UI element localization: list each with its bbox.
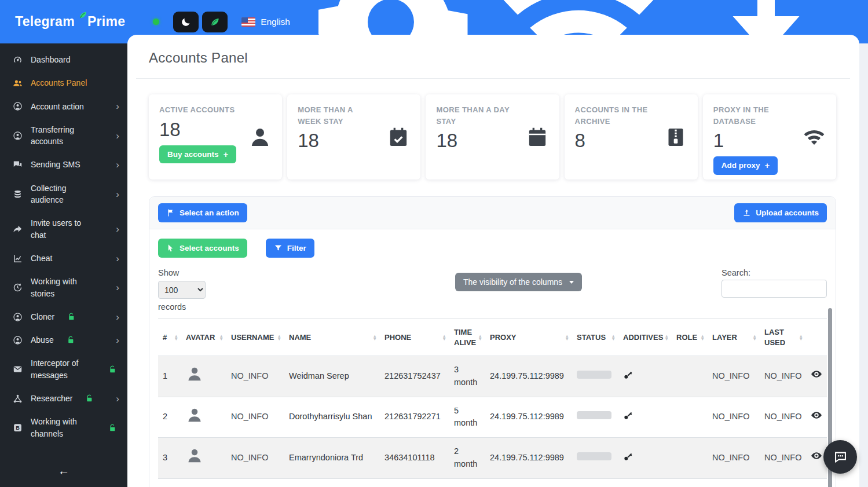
- calendar-check-icon: [387, 126, 410, 149]
- chat-icon: [13, 160, 23, 170]
- col-header-status[interactable]: STATUS▲▼: [572, 319, 618, 356]
- select-action-button[interactable]: Select an action: [158, 203, 247, 222]
- stat-card-more-than-a-week-stay: MORE THAN A WEEK STAY18: [287, 94, 420, 180]
- search-input[interactable]: [721, 280, 827, 298]
- col-header-name[interactable]: NAME▲▼: [284, 319, 380, 356]
- sort-icon: ▲▼: [565, 334, 569, 340]
- theme-toggle-button[interactable]: [173, 12, 199, 32]
- calendar-icon: [526, 126, 549, 149]
- status-cell: [572, 356, 618, 397]
- row-number-cell: 1: [158, 356, 181, 397]
- filter-button[interactable]: Filter: [266, 239, 314, 258]
- sidebar-item-cheat[interactable]: Cheat›: [0, 247, 127, 270]
- leaf-icon: [78, 10, 87, 20]
- sidebar-item-abuse[interactable]: Abuse›: [0, 328, 127, 351]
- col-header-role[interactable]: ROLE▲▼: [672, 319, 708, 356]
- buy-accounts-button[interactable]: Buy accounts+: [159, 145, 236, 164]
- col-header-last-used[interactable]: LAST USED▲▼: [760, 319, 806, 356]
- sidebar-item-working-with-channels[interactable]: BWorking with channels: [0, 410, 127, 445]
- select-accounts-button[interactable]: Select accounts: [158, 239, 247, 258]
- person-circle-icon: [13, 335, 23, 345]
- role-cell: [672, 397, 708, 438]
- share-icon: [13, 224, 23, 234]
- sidebar-item-invite-users-to-chat[interactable]: Invite users to chat›: [0, 211, 127, 247]
- eye-icon[interactable]: [811, 450, 822, 462]
- network-icon: [13, 394, 23, 404]
- key-icon: [623, 370, 633, 380]
- sidebar-collapse-button[interactable]: ←: [0, 464, 127, 478]
- sidebar-item-label: Sending SMS: [31, 159, 80, 170]
- person-circle-icon: [13, 101, 23, 111]
- envelope-icon: [13, 364, 23, 374]
- upload-accounts-button[interactable]: Upload accounts: [734, 203, 827, 222]
- sidebar-item-label: Interceptor of messages: [31, 357, 96, 381]
- view-cell[interactable]: [806, 397, 827, 438]
- sidebar-item-cloner[interactable]: Cloner›: [0, 305, 127, 328]
- sidebar-item-sending-sms[interactable]: Sending SMS›: [0, 153, 127, 176]
- col-header-proxy[interactable]: PROXY▲▼: [485, 319, 572, 356]
- pointer-icon: [166, 244, 175, 252]
- sidebar-item-interceptor-of-messages[interactable]: Interceptor of messages: [0, 351, 127, 387]
- sidebar-item-label: Cloner: [31, 311, 54, 323]
- table-row: 2NO_INFODorothyharrisylu Shan21263179227…: [158, 397, 827, 438]
- name-cell: Weidman Serep: [284, 356, 380, 397]
- caret-down-icon: [569, 281, 574, 284]
- lock-open-icon: [67, 336, 75, 344]
- role-cell: [672, 356, 708, 397]
- col-header-time-alive[interactable]: TIME ALIVE▲▼: [449, 319, 485, 356]
- chevron-right-icon: ›: [116, 312, 119, 322]
- search-control: Search:: [721, 268, 827, 298]
- stat-title: MORE THAN A WEEK STAY: [298, 104, 374, 127]
- lock-open-icon: [67, 313, 75, 321]
- sidebar-item-working-with-stories[interactable]: Working with stories›: [0, 270, 127, 305]
- view-cell[interactable]: [806, 356, 827, 397]
- chat-widget-button[interactable]: [823, 440, 857, 474]
- svg-text:B: B: [16, 425, 20, 431]
- sort-icon: ▲▼: [799, 334, 803, 340]
- eye-icon[interactable]: [811, 368, 822, 380]
- avatar-cell: [181, 397, 226, 438]
- language-selector[interactable]: English: [241, 17, 290, 27]
- sort-icon: ▲▼: [219, 334, 224, 340]
- stat-title: PROXY IN THE DATABASE: [713, 104, 790, 127]
- time-alive-cell: 5 month: [449, 397, 485, 438]
- flag-icon: [166, 208, 175, 217]
- proxy-cell: 24.199.75.112:9989: [485, 397, 572, 438]
- table-body: 1NO_INFOWeidman Serep2126317524373 month…: [158, 356, 827, 479]
- brand-second: Prime: [87, 14, 125, 30]
- col-header-phone[interactable]: PHONE▲▼: [380, 319, 449, 356]
- sidebar-item-label: Researcher: [31, 393, 72, 404]
- eco-mode-button[interactable]: [202, 12, 228, 32]
- sidebar-item-dashboard[interactable]: Dashboard: [0, 48, 127, 71]
- lock-open-icon: [85, 394, 93, 402]
- stat-title: MORE THAN A DAY STAY: [436, 104, 512, 127]
- show-select[interactable]: 100: [158, 281, 206, 299]
- us-flag-icon: [241, 17, 255, 27]
- sidebar-item-collecting-audience[interactable]: Collecting audience›: [0, 177, 127, 212]
- sort-icon: ▲▼: [277, 334, 281, 340]
- channels-icon: B: [13, 423, 23, 433]
- search-label: Search:: [721, 268, 750, 277]
- proxy-cell: 24.199.75.112:9989: [485, 356, 572, 397]
- col-header-additives[interactable]: ADDITIVES▲▼: [618, 319, 672, 356]
- name-cell: Emarryndoniora Trd: [284, 438, 380, 479]
- eye-icon[interactable]: [811, 409, 822, 421]
- col-header-avatar[interactable]: AVATAR▲▼: [181, 319, 226, 356]
- leaf-icon: [210, 17, 220, 27]
- sidebar-item-transferring-accounts[interactable]: Transferring accounts›: [0, 118, 127, 153]
- sidebar-item-account-action[interactable]: Account action›: [0, 95, 127, 118]
- lock-open-icon: [108, 424, 116, 432]
- column-visibility-button[interactable]: The visibility of the columns: [455, 273, 582, 291]
- col-header-username[interactable]: USERNAME▲▼: [226, 319, 284, 356]
- sidebar-item-researcher[interactable]: Researcher›: [0, 387, 127, 410]
- last-used-cell: NO_INFO: [760, 397, 806, 438]
- chevron-right-icon: ›: [116, 254, 119, 263]
- col-header-num[interactable]: #▲▼: [158, 319, 181, 356]
- col-header-layer[interactable]: LAYER▲▼: [708, 319, 760, 356]
- username-cell: NO_INFO: [226, 438, 284, 479]
- sidebar-item-accounts-panel[interactable]: Accounts Panel: [0, 71, 127, 94]
- show-label: Show: [158, 268, 206, 277]
- sidebar-item-label: Collecting audience: [31, 182, 96, 206]
- add-proxy-button[interactable]: Add proxy+: [713, 156, 778, 175]
- brand-logo[interactable]: Telegram Prime: [15, 14, 125, 30]
